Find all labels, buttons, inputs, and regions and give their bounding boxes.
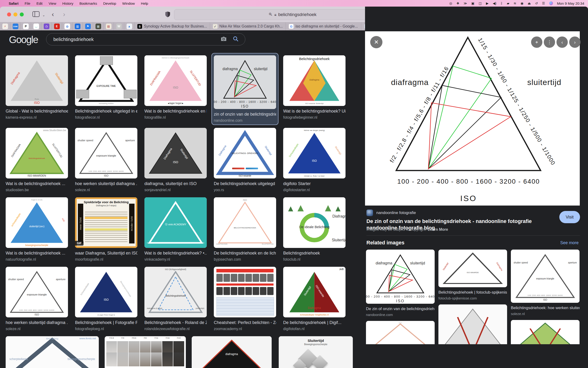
image-result[interactable]: Cheatsheet: Perfect belichten - Zoom ...… [214, 267, 276, 331]
result-thumbnail[interactable]: F/2.8F/4F/5.6F/8F/11F/16F/221/81/151/301… [105, 336, 186, 368]
menu-item-file[interactable]: File [22, 1, 33, 5]
window-icon[interactable]: ▣ [469, 1, 476, 5]
pinned-tab-8[interactable]: ▥ [72, 22, 83, 30]
result-title[interactable]: diafragma, sluitertijd en ISO [144, 181, 207, 186]
result-thumbnail[interactable]: Spiekbriefje voor de BelichtingDiafragma… [75, 197, 137, 248]
image-result[interactable]: hoger ▸ ◂ ruisbewegingsonscherptesluiter… [6, 197, 68, 262]
related-title[interactable]: De zin of onzin van de belichtingsdrieho… [366, 307, 435, 311]
pinned-tab-6[interactable]: E [52, 22, 62, 30]
image-result[interactable]: ISO-waardeBELICHTINGS- DRIEHOEKDiafragma… [214, 128, 276, 192]
result-title[interactable]: Wat is de belichtingsdriehoek en hoe ... [144, 109, 207, 114]
preview-image[interactable]: f/2 - f/2,8 - f/4 - f/5,6 - f/8 - f/11 -… [365, 31, 580, 206]
search-query[interactable]: belichtingsdriehoek [53, 37, 221, 42]
pinned-tab-5[interactable]: ◷ [41, 22, 52, 30]
related-image[interactable]: diafragmasluitertijd100 - 200 - 400 - 80… [366, 249, 435, 304]
menu-clock[interactable]: Mon 9 May 20:34 [555, 1, 588, 5]
result-thumbnail[interactable]: ◂ Lager Ruis Hoger ▸ISOScherptediepteBew… [75, 267, 137, 317]
battery-icon[interactable]: ▰ [505, 1, 512, 5]
image-result[interactable]: De ideale BelichtingDiafragmaSluitertijd… [283, 197, 345, 262]
related-image[interactable] [511, 320, 579, 344]
related-title[interactable]: Belichtingsdriehoek | fotoclub-spijkenis… [439, 290, 507, 295]
menu-item-bookmarks[interactable]: Bookmarks [76, 1, 100, 5]
result-thumbnail[interactable]: kleiner ▸ ◂ Bewegingsonscherpte◄lager ho… [144, 55, 207, 106]
control-center-icon[interactable]: ☰ [540, 1, 547, 5]
source-name[interactable]: nandoonline fotografie [376, 211, 416, 215]
related-image[interactable]: ISOexposure triangleshutter speedapertur… [511, 249, 579, 303]
result-thumbnail[interactable]: klein weinigscherptedieptebewegingsonsch… [6, 336, 99, 368]
forward-icon[interactable]: › [63, 11, 65, 18]
result-title[interactable]: Belichtingsdriehoek uitgelegd in ee... [75, 109, 137, 114]
result-thumbnail[interactable]: SluitertijdBewegingsonscherpteDiafragma [279, 336, 353, 368]
image-result[interactable]: ISOBELICHTINGSDRIEHOEKDIAFRAGMASLUITERTI… [214, 197, 276, 262]
visit-button[interactable]: Visit [559, 211, 580, 223]
back-icon[interactable]: ‹ [52, 11, 54, 18]
google-logo[interactable]: Google [9, 34, 38, 46]
image-result[interactable]: BelichtingsdriehoekISO-waarde Sluitertij… [283, 55, 345, 123]
pinned-tab-2[interactable]: DSM [10, 22, 21, 30]
result-title[interactable]: Belichtingsdriehoek - Roland de Zeeuw ..… [144, 320, 207, 325]
menu-item-develop[interactable]: Develop [100, 1, 119, 5]
result-title[interactable]: hoe werken sluitertijd diafragma ... [75, 181, 137, 186]
sidebar-icon[interactable] [33, 11, 40, 17]
google-search-bar[interactable]: belichtingsdriehoek [46, 33, 245, 46]
pinned-tab-12[interactable]: W [114, 22, 124, 30]
see-more-link[interactable]: See more [560, 240, 579, 245]
window-minimize-button[interactable] [13, 12, 18, 17]
result-title[interactable]: waar Diafragma, Sluitertijd en ISO ... [75, 251, 137, 256]
result-title[interactable]: De belichtingsdriehoek en de lichtmeter … [214, 251, 276, 256]
camera-search-icon[interactable] [221, 36, 227, 42]
image-result[interactable]: ISOexposure triangleshutter speedapertur… [6, 267, 68, 331]
more-options-icon[interactable]: ⋮ [544, 37, 555, 48]
siri-icon[interactable] [549, 1, 553, 5]
image-result[interactable]: Scherptediepte ©Digifotofan.nlDiafragmaS… [283, 267, 345, 331]
image-result[interactable]: ISODiafragmaSluitertijddiafragma, sluite… [144, 128, 207, 192]
playback-icon[interactable]: ▶ [484, 1, 491, 5]
bluetooth-off-icon[interactable]: ᛒ [498, 1, 505, 5]
result-thumbnail[interactable]: ISO (lichtgevoeligheid)Belichtingsdrieho… [144, 267, 207, 317]
search-submit-icon[interactable] [233, 36, 238, 43]
result-thumbnail[interactable] [214, 267, 276, 317]
learn-more-link[interactable]: Learn More [428, 227, 448, 231]
image-result[interactable]: kleiner ◂ ▸ langer (wazig)minder ◂ - Rui… [283, 128, 345, 192]
image-result[interactable]: increasing motionEXPOSURE TIMEBelichting… [75, 55, 137, 123]
result-title[interactable]: zin of onzin van de belichtingsdriehoek.… [214, 112, 276, 117]
result-title[interactable]: hoe werken sluitertijd diafragma ... [6, 320, 68, 325]
pinned-tab-13[interactable]: ▲ [124, 22, 134, 30]
address-text[interactable]: belichtingsdriehoek [278, 12, 316, 17]
related-image[interactable]: ISO [366, 321, 435, 344]
display-arrange-icon[interactable]: ◫ [476, 1, 484, 5]
related-title[interactable]: Belichtingsdriehoek: hoe werken sluitert… [511, 306, 579, 310]
dropbox-icon[interactable]: ❖ [454, 1, 462, 5]
pinned-tab-1[interactable]: ⚡ [0, 22, 10, 30]
result-title[interactable]: Global - Wat is belichtingsdriehoek [6, 109, 68, 114]
close-icon[interactable]: ✕ [370, 36, 382, 48]
menu-item-safari[interactable]: Safari [6, 1, 22, 5]
result-title[interactable]: Wat is de belichtingsdriehoek? •... [144, 251, 207, 256]
image-result[interactable]: ISORuisDiafragmaSluitertijdGlobal - Wat … [6, 55, 68, 123]
time-machine-icon[interactable]: ↺ [533, 1, 540, 5]
pinned-tab-11[interactable]: ▤ [104, 22, 114, 30]
result-title[interactable]: De belichtingsdriehoek | Digif... [283, 320, 345, 325]
image-result[interactable]: ISOexposure triangleshutter speedapertur… [75, 128, 137, 192]
result-thumbnail[interactable]: BelichtingsdriehoekISO-waarde Sluitertij… [283, 55, 345, 106]
eject-icon[interactable]: ⏏ [526, 1, 533, 5]
result-thumbnail[interactable]: ISOBELICHTINGSDRIEHOEKDIAFRAGMASLUITERTI… [214, 197, 276, 248]
result-thumbnail[interactable]: belichtings- driehoekdiafragma [192, 336, 272, 368]
result-thumbnail[interactable]: Scherptediepte ©Digifotofan.nlDiafragmaS… [283, 267, 345, 317]
pinned-tab-9[interactable]: ⚑ [83, 22, 93, 30]
image-result[interactable]: Ⓥ vink ACADEMYDIAFRAGMASLUITERTIJDWat is… [144, 197, 207, 262]
result-title[interactable]: De belichtingsdriehoek uitgelegd [214, 181, 276, 186]
related-image[interactable] [439, 304, 507, 344]
menu-item-history[interactable]: History [59, 1, 76, 5]
shortcuts-icon[interactable]: ≫ [461, 1, 469, 5]
image-result[interactable]: Spiekbriefje voor de BelichtingDiafragma… [75, 197, 137, 262]
result-thumbnail[interactable]: Ⓥ vink ACADEMYDIAFRAGMASLUITERTIJD [144, 197, 207, 248]
tab-synology-active-back[interactable]: SSynology Active Backup for Busines... [134, 22, 210, 30]
menu-item-help[interactable]: Help [138, 1, 151, 5]
result-thumbnail[interactable]: diafragmasluitertijd100 - 200 - 400 - 80… [214, 55, 276, 109]
menu-item-edit[interactable]: Edit [33, 1, 46, 5]
privacy-shield-icon[interactable] [165, 11, 170, 18]
result-title[interactable]: Belichtingsdriehoek [283, 251, 345, 256]
previous-image-icon[interactable]: ‹ [556, 37, 568, 48]
result-title[interactable]: Cheatsheet: Perfect belichten - Zoom ... [214, 320, 276, 325]
